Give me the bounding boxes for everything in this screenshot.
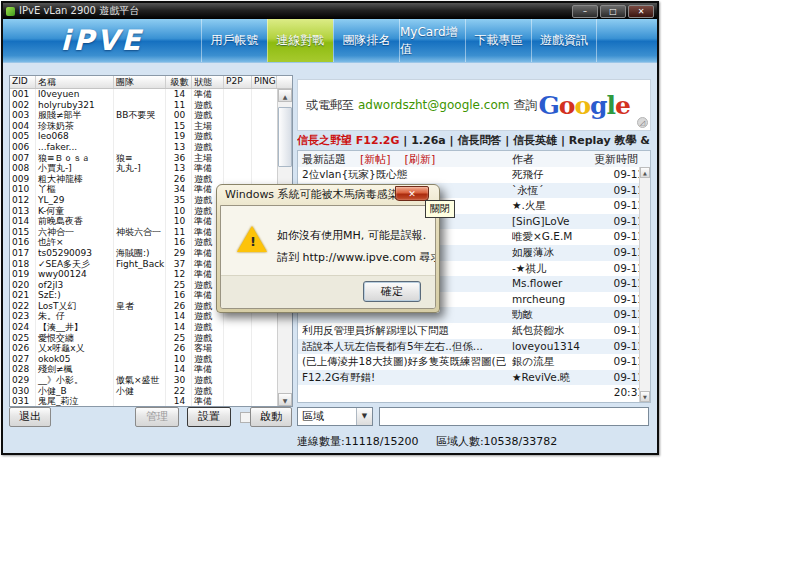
nav-tab[interactable]: MyCard增值 bbox=[399, 19, 465, 62]
player-cell-zid: 019 bbox=[10, 269, 36, 280]
topic-row[interactable]: F12.2G有野錯!★ReviVe.曉09-11 20:31 bbox=[298, 370, 639, 386]
player-cell-name: of2jl3 bbox=[36, 280, 114, 291]
links-rest[interactable]: | 1.26a | 信長問答 | 信長英雄 | Replay 教學 & 影片 bbox=[400, 134, 651, 147]
nav-tab[interactable]: 下載專區 bbox=[465, 19, 531, 62]
column-header[interactable]: ZID bbox=[10, 76, 36, 88]
column-header[interactable]: 狀態 bbox=[192, 76, 224, 88]
player-cell-p2p bbox=[224, 333, 252, 344]
player-cell-status: 遊戲 bbox=[192, 110, 224, 121]
player-row[interactable]: 027okok0510遊戲 bbox=[10, 354, 277, 365]
player-row[interactable]: 003服賤≠部半BB不要哭00遊戲 bbox=[10, 110, 277, 121]
chat-input[interactable] bbox=[379, 407, 649, 426]
player-row[interactable]: 009粗大神龍棒26遊戲 bbox=[10, 174, 277, 185]
player-row[interactable]: 025愛恨交纏25遊戲 bbox=[10, 333, 277, 344]
new-post-link[interactable]: [新帖] bbox=[360, 152, 391, 167]
forum-scrollbar[interactable]: ▲ ▼ bbox=[639, 167, 650, 402]
start-button[interactable]: 啟動 bbox=[250, 407, 292, 427]
ad-banner[interactable]: 或電郵至 adwordszht@google.com 查詢 Google ◿ bbox=[297, 79, 651, 131]
scroll-thumb[interactable] bbox=[278, 107, 292, 167]
column-header[interactable]: P2P bbox=[224, 76, 252, 88]
player-cell-zid: 016 bbox=[10, 237, 36, 248]
player-cell-name: ...faker... bbox=[36, 142, 114, 153]
player-row[interactable]: 004珍珠奶茶15主場 bbox=[10, 121, 277, 132]
player-cell-team bbox=[114, 142, 166, 153]
topic-title[interactable]: 利用反管理員拆解踢埋以下問題 bbox=[302, 323, 506, 339]
settings-button[interactable]: 設置 bbox=[187, 407, 231, 427]
player-row[interactable]: 024【湊__井】14遊戲 bbox=[10, 322, 277, 333]
window-title: IPvE vLan 2900 遊戲平台 bbox=[19, 4, 572, 18]
topic-title[interactable]: (已上傳淩井18大技圖)好多隻英既練習圖(已更新) 21 bbox=[302, 354, 506, 370]
player-cell-level: 10 bbox=[166, 354, 192, 365]
topic-title[interactable]: 2位vlan{玩家}既心態 bbox=[302, 167, 506, 183]
player-cell-team: 海賊團:) bbox=[114, 248, 166, 259]
player-row[interactable]: 005leo06819遊戲 bbox=[10, 131, 277, 142]
player-row[interactable]: 006...faker...13遊戲 bbox=[10, 142, 277, 153]
region-dropdown[interactable]: 區域 ▼ bbox=[297, 407, 373, 426]
player-row[interactable]: 008小賈丸-]丸丸-]13準備 bbox=[10, 163, 277, 174]
player-row[interactable]: 023朱。仔14遊戲 bbox=[10, 311, 277, 322]
player-row[interactable]: 002holyruby32111遊戲 bbox=[10, 100, 277, 111]
player-cell-ping bbox=[252, 110, 277, 121]
player-row[interactable]: 029__》小影。傲氣×盛世30遊戲 bbox=[10, 375, 277, 386]
ad-choices-icon[interactable]: ◿ bbox=[637, 117, 648, 128]
player-row[interactable]: 030小健_B小健22遊戲 bbox=[10, 386, 277, 397]
link-nobunaga[interactable]: 信長之野望 F12.2G bbox=[297, 134, 400, 147]
topic-row[interactable]: 2位vlan{玩家}既心態死飛仔09-11 21:12 bbox=[298, 167, 639, 183]
topic-title[interactable]: 話說本人玩左信長都有5年左右..但係... bbox=[302, 339, 506, 355]
player-cell-zid: 012 bbox=[10, 195, 36, 206]
player-cell-p2p bbox=[224, 375, 252, 386]
player-cell-name: 狼≡Ｂｏｓａ bbox=[36, 153, 114, 164]
close-button[interactable]: ✕ bbox=[628, 5, 654, 18]
player-cell-p2p bbox=[224, 121, 252, 132]
player-cell-level: 26 bbox=[166, 343, 192, 354]
forum-scroll-down-icon[interactable]: ▼ bbox=[640, 391, 650, 402]
player-cell-status: 準備 bbox=[192, 89, 224, 100]
player-row[interactable]: 001l0veyuen14準備 bbox=[10, 89, 277, 100]
player-cell-zid: 023 bbox=[10, 311, 36, 322]
nav-tab[interactable]: 團隊排名 bbox=[333, 19, 399, 62]
player-cell-status: 遊戲 bbox=[192, 311, 224, 322]
player-cell-zid: 025 bbox=[10, 333, 36, 344]
player-cell-team bbox=[114, 237, 166, 248]
minimize-button[interactable]: – bbox=[572, 5, 598, 18]
nav-tab[interactable]: 連線對戰 bbox=[267, 19, 333, 62]
maximize-button[interactable]: □ bbox=[600, 5, 626, 18]
topic-row[interactable]: (已上傳淩井18大技圖)好多隻英既練習圖(已更新) 21銀の流星09-11 20… bbox=[298, 354, 639, 370]
column-header[interactable]: PING bbox=[252, 76, 277, 88]
connection-count: 連線數量:11118/15200 bbox=[297, 435, 418, 448]
nav-tab[interactable]: 遊戲資訊 bbox=[531, 19, 597, 62]
player-cell-name: l0veyuen bbox=[36, 89, 114, 100]
refresh-link[interactable]: [刷新] bbox=[405, 152, 436, 167]
manage-button[interactable]: 管理 bbox=[135, 407, 179, 427]
topic-row[interactable]: 利用反管理員拆解踢埋以下問題紙包菸餾水09-11 20:50 bbox=[298, 323, 639, 339]
player-cell-team bbox=[114, 290, 166, 301]
ok-button[interactable]: 確定 bbox=[363, 281, 421, 302]
column-header[interactable]: 級數 bbox=[166, 76, 192, 88]
ipve-logo: iPVE bbox=[3, 19, 201, 62]
scroll-down-icon[interactable]: ▼ bbox=[278, 393, 292, 406]
player-row[interactable]: 028殘劍≠楓14準備 bbox=[10, 364, 277, 375]
player-row[interactable]: 031鬼尾_莉泣14準備 bbox=[10, 396, 277, 406]
player-cell-level: 25 bbox=[166, 280, 192, 291]
player-cell-ping bbox=[252, 343, 277, 354]
player-cell-status: 遊戲 bbox=[192, 142, 224, 153]
scroll-up-icon[interactable]: ▲ bbox=[278, 89, 292, 102]
player-cell-level: 15 bbox=[166, 121, 192, 132]
chevron-down-icon[interactable]: ▼ bbox=[356, 408, 372, 425]
player-row[interactable]: 026乂x呀龜x乂26客場 bbox=[10, 343, 277, 354]
player-cell-level: 29 bbox=[166, 248, 192, 259]
player-cell-zid: 020 bbox=[10, 280, 36, 291]
forum-scroll-up-icon[interactable]: ▲ bbox=[640, 167, 650, 178]
dialog-close-icon[interactable]: ✕ bbox=[395, 186, 429, 201]
topic-title[interactable]: F12.2G有野錯! bbox=[302, 370, 506, 386]
topic-row[interactable]: 話說本人玩左信長都有5年左右..但係...loveyou131409-11 20… bbox=[298, 339, 639, 355]
ad-email-link[interactable]: adwordszht@google.com bbox=[358, 98, 509, 112]
player-row[interactable]: 007狼≡Ｂｏｓａ狼≡36主場 bbox=[10, 153, 277, 164]
player-cell-status: 遊戲 bbox=[192, 322, 224, 333]
player-cell-zid: 030 bbox=[10, 386, 36, 397]
player-cell-team bbox=[114, 322, 166, 333]
column-header[interactable]: 名稱 bbox=[36, 76, 114, 88]
column-header[interactable]: 團隊 bbox=[114, 76, 166, 88]
nav-tab[interactable]: 用戶帳號 bbox=[201, 19, 267, 62]
exit-button[interactable]: 退出 bbox=[9, 407, 51, 427]
